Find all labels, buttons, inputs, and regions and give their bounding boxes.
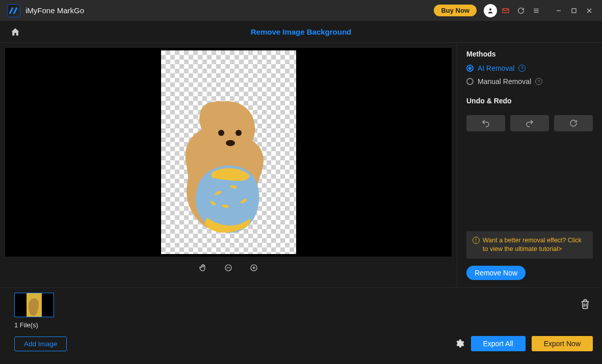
zoom-out-icon[interactable] bbox=[223, 262, 234, 273]
minimize-button[interactable] bbox=[552, 4, 565, 17]
delete-button[interactable] bbox=[580, 298, 593, 312]
info-icon: ! bbox=[473, 237, 480, 244]
canvas-column bbox=[0, 43, 457, 287]
account-icon[interactable] bbox=[484, 4, 497, 17]
svg-point-0 bbox=[489, 8, 491, 10]
side-panel: Methods AI Removal ? Manual Removal ? Un… bbox=[457, 43, 602, 287]
titlebar: iMyFone MarkGo Buy Now bbox=[0, 0, 602, 21]
zoom-in-icon[interactable] bbox=[248, 262, 259, 273]
export-all-button[interactable]: Export All bbox=[471, 336, 526, 351]
action-bar: Add Image Export All Export Now bbox=[14, 336, 593, 351]
svg-rect-6 bbox=[572, 9, 576, 13]
main-area: Methods AI Removal ? Manual Removal ? Un… bbox=[0, 43, 602, 287]
radio-unselected-icon bbox=[466, 78, 474, 85]
add-image-button[interactable]: Add Image bbox=[14, 337, 67, 351]
method-manual-removal[interactable]: Manual Removal ? bbox=[466, 77, 593, 86]
close-button[interactable] bbox=[583, 4, 596, 17]
thumbnail-selected[interactable] bbox=[14, 293, 54, 317]
help-icon[interactable]: ? bbox=[535, 78, 542, 85]
buy-now-button[interactable]: Buy Now bbox=[434, 5, 477, 16]
undo-redo-title: Undo & Redo bbox=[466, 97, 593, 105]
settings-button[interactable] bbox=[454, 338, 465, 349]
reset-button[interactable] bbox=[554, 115, 593, 131]
app-logo-icon bbox=[7, 4, 20, 17]
thumbnail-image bbox=[27, 293, 42, 317]
undo-button[interactable] bbox=[466, 115, 505, 131]
refresh-icon[interactable] bbox=[514, 4, 528, 17]
transparency-checkerboard bbox=[161, 50, 296, 254]
method-ai-removal[interactable]: AI Removal ? bbox=[466, 64, 593, 72]
svg-point-11 bbox=[226, 140, 235, 146]
canvas-tools bbox=[5, 257, 452, 279]
redo-button[interactable] bbox=[510, 115, 549, 131]
tutorial-hint[interactable]: ! Want a better removal effect? Click to… bbox=[466, 231, 593, 259]
pan-tool-icon[interactable] bbox=[197, 262, 208, 273]
mail-icon[interactable] bbox=[499, 4, 512, 17]
image-canvas[interactable] bbox=[5, 48, 452, 257]
export-now-button[interactable]: Export Now bbox=[532, 336, 593, 351]
page-title: Remove Image Background bbox=[8, 27, 594, 36]
app-title: iMyFone MarkGo bbox=[25, 6, 84, 15]
file-count-label: 1 File(s) bbox=[14, 321, 593, 329]
svg-point-9 bbox=[218, 130, 224, 136]
undo-redo-row bbox=[466, 115, 593, 131]
toolbar: Remove Image Background bbox=[0, 21, 602, 43]
manual-removal-label: Manual Removal bbox=[478, 77, 531, 86]
help-icon[interactable]: ? bbox=[518, 65, 526, 72]
svg-point-10 bbox=[235, 130, 242, 136]
thumbnail-row bbox=[14, 293, 593, 317]
radio-selected-icon bbox=[466, 65, 474, 72]
menu-icon[interactable] bbox=[530, 4, 543, 17]
maximize-button[interactable] bbox=[567, 4, 581, 17]
tutorial-hint-text: Want a better removal effect? Click to v… bbox=[483, 236, 587, 254]
app-window: iMyFone MarkGo Buy Now Remove Image bbox=[0, 0, 602, 364]
methods-title: Methods bbox=[466, 50, 593, 58]
bottom-panel: 1 File(s) Add Image Export All Export No… bbox=[0, 287, 602, 357]
remove-now-button[interactable]: Remove Now bbox=[466, 266, 526, 280]
foreground-subject bbox=[182, 96, 274, 244]
ai-removal-label: AI Removal bbox=[478, 64, 514, 72]
